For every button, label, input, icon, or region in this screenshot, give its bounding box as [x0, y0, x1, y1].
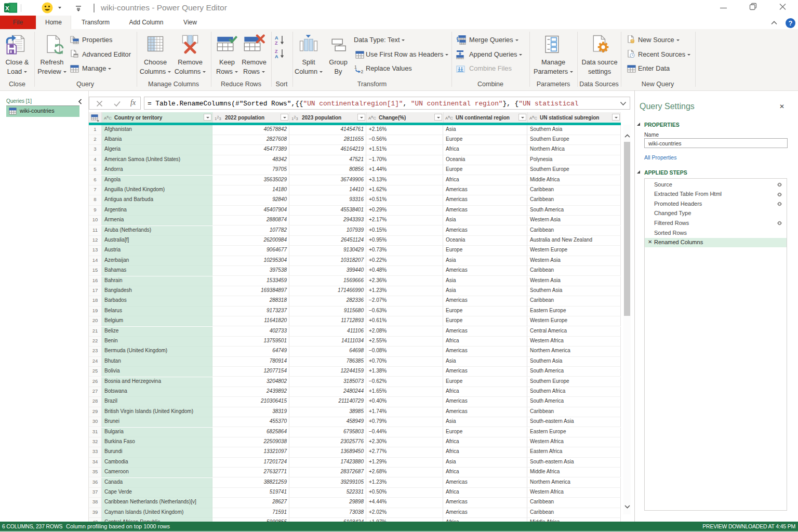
svg-text:1: 1	[354, 64, 357, 70]
svg-text:A: A	[275, 54, 278, 59]
svg-text:2: 2	[361, 69, 364, 74]
svg-text:X: X	[5, 5, 9, 11]
svg-text:Z: Z	[275, 49, 278, 54]
svg-text:Z: Z	[275, 41, 278, 46]
svg-text:A: A	[275, 35, 278, 41]
